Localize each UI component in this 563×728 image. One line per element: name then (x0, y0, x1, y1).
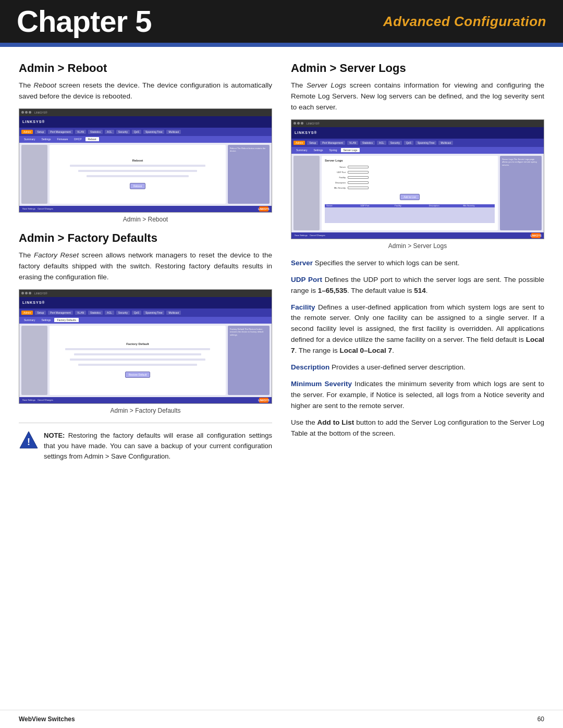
mock-brand-reboot: LINKSYS® (19, 116, 272, 128)
left-column: Admin > Reboot The Reboot screen resets … (19, 61, 272, 462)
mock-tabs-reboot: Summary Settings Firmware DHCP Reboot (19, 136, 272, 143)
desc-server: Server Specifies the server to which log… (291, 258, 544, 269)
reboot-heading: Admin > Reboot (19, 61, 272, 75)
note-text: NOTE: Restoring the factory defaults wil… (44, 430, 272, 462)
desc-description-label: Description (291, 363, 329, 371)
mock-topbar-reboot: LINKSYS® (19, 109, 272, 116)
desc-facility-text: Defines a user-defined application from … (291, 303, 544, 355)
page-footer: WebView Switches 60 (0, 710, 563, 728)
mock-bottombar-reboot: Save Settings Cancel Changes LINKSYS (19, 206, 272, 212)
note-label: NOTE: (44, 431, 65, 439)
svg-text:!: ! (27, 437, 30, 447)
reboot-caption: Admin > Reboot (19, 216, 272, 223)
desc-udpport-label: UDP Port (291, 276, 322, 283)
mock-nav-reboot: Admin Setup Port Management VLAN Statist… (19, 128, 272, 136)
reboot-body: The Reboot screen resets the device. The… (19, 80, 272, 102)
mock-nav-serverlogs: Admin Setup Port Management VLAN Statist… (291, 139, 544, 147)
desc-addtolist: Use the Add to List button to add the Se… (291, 417, 544, 439)
desc-description: Description Provides a user-defined serv… (291, 362, 544, 373)
desc-facility-label: Facility (291, 303, 315, 311)
note-body: Restoring the factory defaults will eras… (44, 431, 272, 460)
mock-topbar-factory: LINKSYS® (19, 290, 272, 297)
chapter-title: Chapter 5 (17, 6, 152, 36)
desc-udpport-text: Defines the UDP port to which the server… (291, 276, 544, 294)
desc-description-text: Provides a user-defined server descripti… (332, 363, 466, 371)
mock-topbar-serverlogs: LINKSYS® (291, 120, 544, 127)
mock-tabs-serverlogs: Summary Settings Syslog Server Logs (291, 147, 544, 154)
desc-minseverity: Minimum Severity Indicates the minimum s… (291, 379, 544, 412)
mock-bottombar-serverlogs: Save Settings Cancel Changes LINKSYS (291, 232, 544, 239)
factory-body: The Factory Reset screen allows network … (19, 250, 272, 283)
mock-brand-serverlogs: LINKSYS® (291, 127, 544, 139)
footer-page-number: 60 (537, 715, 544, 723)
factory-caption: Admin > Factory Defaults (19, 407, 272, 414)
serverlogs-caption: Admin > Server Logs (291, 242, 544, 250)
serverlogs-screenshot: LINKSYS® LINKSYS® Admin Setup Port Manag… (291, 119, 544, 239)
subtitle: Advanced Configuration (383, 14, 546, 30)
mock-body-reboot: Reboot Reboot Reboot The Reboot button r… (19, 143, 272, 206)
reboot-screenshot: LINKSYS® LINKSYS® Admin Setup Port Manag… (19, 108, 272, 213)
accent-bar (0, 43, 563, 47)
desc-server-text: Specifies the server to which logs can b… (315, 259, 460, 267)
mock-bottombar-factory: Save Settings Cancel Changes LINKSYS (19, 397, 272, 403)
main-content: Admin > Reboot The Reboot screen resets … (0, 47, 563, 476)
serverlogs-body: The Server Logs screen contains informat… (291, 80, 544, 113)
mock-body-serverlogs: Server Logs Server UDP Port (291, 154, 544, 232)
mock-body-factory: Factory Default Restore Default Factory … (19, 324, 272, 397)
mock-tabs-factory: Summary Settings Factory Defaults (19, 317, 272, 324)
mock-brand-factory: LINKSYS® (19, 297, 272, 309)
factory-screenshot: LINKSYS® LINKSYS® Admin Setup Port Manag… (19, 289, 272, 404)
page-header: Chapter 5 Advanced Configuration (0, 0, 563, 43)
desc-server-label: Server (291, 259, 313, 267)
desc-minseverity-label: Minimum Severity (291, 380, 352, 388)
serverlogs-heading: Admin > Server Logs (291, 61, 544, 75)
factory-heading: Admin > Factory Defaults (19, 231, 272, 245)
warning-icon: ! (19, 430, 39, 450)
right-column: Admin > Server Logs The Server Logs scre… (291, 61, 544, 462)
desc-facility: Facility Defines a user-defined applicat… (291, 302, 544, 357)
mock-nav-factory: Admin Setup Port Management VLAN Statist… (19, 309, 272, 317)
desc-addtolist-text: Use the Add to List button to add the Se… (291, 418, 544, 437)
desc-udpport: UDP Port Defines the UDP port to which t… (291, 275, 544, 297)
note-box: ! NOTE: Restoring the factory defaults w… (19, 423, 272, 462)
footer-product-name: WebView Switches (19, 715, 75, 723)
